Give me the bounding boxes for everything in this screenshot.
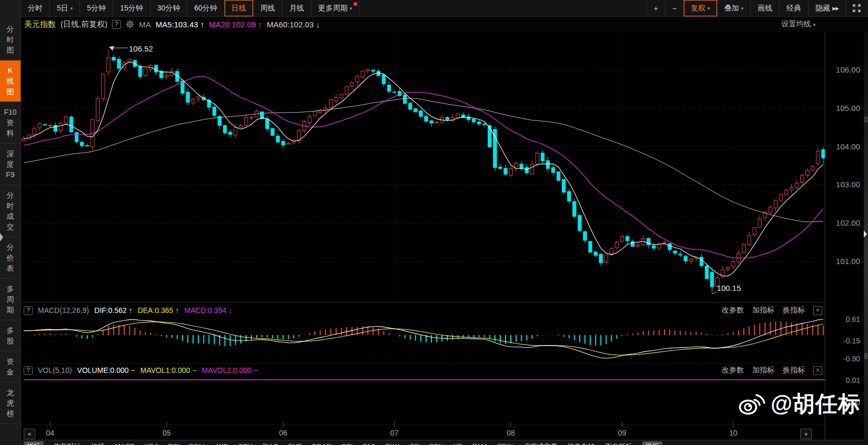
macd-action[interactable]: 改参数 [722, 306, 744, 315]
ma-settings-button[interactable]: 设置均线 ▾ [782, 19, 815, 29]
indicator-tab-DKX[interactable]: DKX [386, 442, 400, 445]
indicator-tab-CR[interactable]: CR [409, 442, 419, 445]
vol-close-icon[interactable]: × [813, 366, 822, 375]
classic-button[interactable]: 经典 [780, 0, 809, 16]
period-toolbar: 分时5日▾5分钟15分钟30分钟60分钟日线周线月线更多周期▾ +−复权▾叠加▾… [21, 0, 868, 17]
toolbar-right-buttons: +−复权▾叠加▾画线经典隐藏▶▶ [647, 0, 868, 16]
indicator-tab-恢复默认[interactable]: 恢复默认 [54, 442, 81, 445]
indicator-tab-DMA[interactable]: DMA [472, 442, 488, 445]
panel-resize-grip[interactable] [864, 353, 867, 359]
ma60-readout: MA60:102.03 ↓ [267, 20, 320, 29]
low-annotation: 100.15 [717, 284, 741, 292]
sidebar-item-capital[interactable]: 资金 [0, 351, 21, 382]
indicator-tab-WR[interactable]: WR [217, 442, 228, 445]
indicator-tab-MACD[interactable]: MACD [115, 442, 135, 445]
indicator-tab-BOLL[interactable]: BOLL [189, 442, 207, 445]
period-tab-5min[interactable]: 5分钟 [80, 0, 113, 16]
y-axis-label: 105.00 [836, 104, 860, 113]
sidebar-item-intraday-trades[interactable]: 分时成交 [0, 185, 21, 237]
y-axis-label: 102.00 [836, 218, 860, 227]
period-tab-60min[interactable]: 60分钟 [187, 0, 225, 16]
period-buttons: 分时5日▾5分钟15分钟30分钟60分钟日线周线月线更多周期▾ [21, 0, 359, 16]
sidebar-item-dragon-tiger[interactable]: 龙虎榜 [0, 382, 21, 424]
price-annotations: 106.52100.15 [109, 44, 741, 294]
indicator-tab-虚拟成交量[interactable]: 虚拟成交量 [523, 442, 558, 445]
panel-resize-grip[interactable] [864, 117, 867, 122]
sidebar-item-price-list[interactable]: 分价表 [0, 237, 21, 279]
help-icon[interactable]: ? [24, 366, 33, 375]
indicator-tabbar: 指标恢复默认均线MACDKDJRSIBOLLWROBVBIASENEBRARCC… [21, 440, 868, 445]
sidebar-item-depth-f9[interactable]: 深度F9 [0, 144, 21, 185]
indicator-tab-模板[interactable]: 模板 [642, 441, 662, 445]
x-axis-label: 07 [390, 429, 399, 437]
x-axis-label: 05 [163, 429, 171, 437]
indicator-tab-DMI[interactable]: DMI [363, 442, 376, 445]
period-tab-more-period[interactable]: 更多周期▾ [311, 0, 360, 16]
hide-button[interactable]: 隐藏▶▶ [809, 0, 846, 16]
macd-action[interactable]: 加指标 [752, 306, 774, 315]
macd-action[interactable]: 换指标 [783, 306, 805, 315]
x-axis-label: 09 [618, 429, 627, 437]
y-axis-label: 106.00 [836, 65, 860, 74]
indicator-tab-均线[interactable]: 均线 [91, 442, 105, 445]
symbol-name: 美元指数 [24, 19, 56, 29]
period-tab-fenshi[interactable]: 分时 [21, 0, 50, 16]
macd-title: MACD(12,26,9) [38, 306, 89, 315]
period-tab-15min[interactable]: 15分钟 [113, 0, 150, 16]
indicator-tab-RSI[interactable]: RSI [168, 442, 179, 445]
macd-y-label: 0.61 [846, 315, 860, 323]
vol-action[interactable]: 加指标 [752, 366, 774, 375]
vol-action[interactable]: 换指标 [783, 366, 805, 375]
vol-value-2: MAVOL2:0.000 − [201, 366, 258, 375]
zoom-out-button[interactable]: − [665, 0, 684, 16]
indicator-tab-OBV[interactable]: OBV [238, 442, 252, 445]
indicator-tab-CCI[interactable]: CCI [341, 442, 352, 445]
zoom-in-button[interactable]: + [647, 0, 665, 16]
period-tab-5day[interactable]: 5日▾ [50, 0, 80, 16]
sidebar-item-multi-period[interactable]: 多周期 [0, 279, 21, 320]
period-tab-daily[interactable]: 日线 [225, 0, 254, 16]
sidebar-item-intraday-chart[interactable]: 分时图 [0, 19, 21, 60]
y-axis-label: 101.00 [836, 257, 860, 266]
left-sidebar: 分时图K线图F10资料深度F9分时成交分价表多周期多股资金龙虎榜 [0, 0, 21, 445]
indicator-tab-ENE[interactable]: ENE [288, 442, 302, 445]
indicator-tab-KD[interactable]: KD [453, 442, 462, 445]
indicator-tab-PSY[interactable]: PSY [429, 442, 443, 445]
period-tab-monthly[interactable]: 月线 [282, 0, 311, 16]
y-axis-label: 103.00 [836, 180, 860, 189]
candlestick-chart[interactable]: 106.00105.00104.00103.00102.00101.000405… [21, 32, 868, 445]
x-axis-label: 10 [729, 429, 738, 437]
indicator-tab-KDJ[interactable]: KDJ [145, 442, 158, 445]
expand-arrow-icon[interactable] [864, 230, 867, 238]
help-icon[interactable]: ? [24, 306, 33, 315]
scroll-left-button[interactable]: « [24, 429, 35, 439]
fullscreen-icon[interactable] [846, 0, 868, 16]
indicator-tab-神奇九转[interactable]: 神奇九转 [568, 442, 595, 445]
sidebar-item-multi-stock[interactable]: 多股 [0, 320, 21, 351]
x-axis-label: 06 [279, 429, 287, 437]
sidebar-item-kline-chart[interactable]: K线图 [0, 60, 21, 102]
indicator-tab-更多指标[interactable]: 更多指标 [605, 442, 632, 445]
indicator-tab-TRIX[interactable]: TRIX [498, 442, 513, 445]
scroll-right-button[interactable]: » [800, 429, 812, 439]
help-icon[interactable]: ? [112, 20, 121, 29]
adjust-button[interactable]: 复权▾ [684, 0, 718, 16]
weibo-icon [737, 391, 766, 417]
vol-action[interactable]: 改参数 [722, 366, 744, 375]
macd-value-0: DIF:0.562 ↑ [94, 306, 132, 315]
draw-line-button[interactable]: 画线 [751, 0, 780, 16]
overlay-button[interactable]: 叠加▾ [718, 0, 751, 16]
indicator-tab-指标[interactable]: 指标 [24, 441, 44, 445]
gear-icon[interactable] [126, 20, 134, 28]
macd-close-icon[interactable]: × [813, 306, 822, 315]
right-scroll-strip[interactable] [864, 32, 868, 445]
vol-series [24, 380, 825, 402]
chart-area[interactable]: 106.00105.00104.00103.00102.00101.000405… [21, 32, 868, 445]
indicator-tab-BIAS[interactable]: BIAS [263, 442, 278, 445]
sidebar-item-f10-info[interactable]: F10资料 [0, 102, 21, 144]
indicator-tab-BRAR[interactable]: BRAR [312, 442, 331, 445]
macd-value-2: MACD:0.394 ↓ [184, 306, 232, 315]
period-tab-weekly[interactable]: 周线 [254, 0, 282, 16]
sidebar-collapse-arrow-icon[interactable] [0, 233, 3, 241]
period-tab-30min[interactable]: 30分钟 [150, 0, 188, 16]
